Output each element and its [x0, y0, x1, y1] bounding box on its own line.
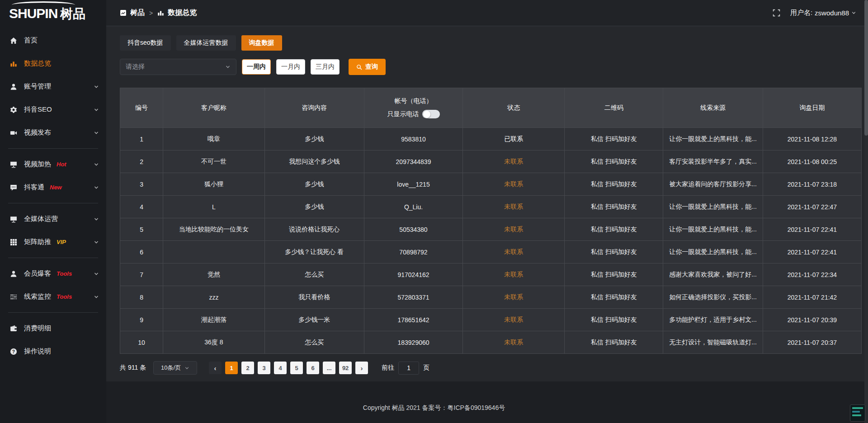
table-row: 3 狐小狸 多少钱 love__1215 未联系 私信 扫码加好友 被大家追着问…: [120, 173, 862, 196]
next-page-button[interactable]: ›: [355, 362, 368, 374]
phone-only-toggle[interactable]: [422, 110, 440, 118]
page-number-button[interactable]: ...: [323, 362, 335, 374]
sidebar-item[interactable]: ? 操作说明: [0, 340, 106, 363]
page-number-button[interactable]: 5: [290, 362, 303, 374]
page-number-button[interactable]: 2: [241, 362, 254, 374]
cell-nickname: 36度 8: [163, 331, 265, 354]
page-number-button[interactable]: 6: [307, 362, 319, 374]
cell-content: 我只看价格: [264, 286, 364, 309]
username-value: zswodun88: [815, 9, 849, 17]
cell-status: 未联系: [463, 173, 565, 196]
sidebar-item[interactable]: 视频发布: [0, 121, 106, 144]
chevron-down-icon: [851, 10, 856, 15]
cell-qrcode-links[interactable]: 私信 扫码加好友: [565, 173, 663, 196]
pagination: 共 911 条 10条/页 ‹ 1 2 3: [120, 361, 862, 381]
cell-status: 未联系: [463, 331, 565, 354]
cell-source-link[interactable]: 如何正确选择投影仪，买投影...: [663, 286, 763, 309]
cell-date: 2021-11-08 00:25: [763, 150, 861, 173]
sidebar-item[interactable]: 矩阵助推 VIP: [0, 230, 106, 254]
user-menu[interactable]: 用户名: zswodun88: [790, 9, 856, 17]
cell-status: 未联系: [463, 150, 565, 173]
chevron-down-icon: [184, 366, 189, 371]
cell-qrcode-links[interactable]: 私信 扫码加好友: [565, 241, 663, 263]
cell-source-link[interactable]: 感谢大家喜欢我家，被问了好...: [663, 263, 763, 286]
app-root: SHUPIN 树品 首页 数据总览: [0, 0, 868, 423]
gear-icon: [10, 106, 18, 113]
cell-source-link[interactable]: 被大家追着问的客厅投影分享...: [663, 173, 763, 196]
table-row: 7 觉然 怎么买 917024162 未联系 私信 扫码加好友 感谢大家喜欢我家…: [120, 263, 862, 286]
page-number-button[interactable]: 92: [339, 362, 352, 374]
question-icon: ?: [10, 348, 18, 355]
column-header-no: 编号: [120, 88, 163, 128]
sidebar-item[interactable]: 数据总览: [0, 52, 106, 75]
floating-widget[interactable]: [850, 404, 865, 422]
cell-nickname: 当地比较能吃的一位美女: [163, 218, 265, 241]
cell-qrcode-links[interactable]: 私信 扫码加好友: [565, 263, 663, 286]
cell-qrcode-links[interactable]: 私信 扫码加好友: [565, 128, 663, 150]
sidebar-item[interactable]: 消费明细: [0, 317, 106, 340]
cell-status: 未联系: [463, 309, 565, 331]
cell-source-link[interactable]: 让你一眼就爱上的黑科技，能...: [663, 218, 763, 241]
page-number-button[interactable]: 3: [258, 362, 270, 374]
cell-qrcode-links[interactable]: 私信 扫码加好友: [565, 196, 663, 218]
cell-nickname: zzz: [163, 286, 265, 309]
breadcrumb-current[interactable]: 数据总览: [168, 8, 197, 18]
date-range-button[interactable]: 一月内: [276, 59, 305, 75]
sidebar-item[interactable]: 抖音SEO: [0, 98, 106, 121]
sidebar-item-label: 全媒体运营: [24, 215, 58, 223]
cell-account: 9583810: [364, 128, 463, 150]
page-number-button[interactable]: 4: [274, 362, 287, 374]
data-tab[interactable]: 抖音seo数据: [120, 35, 171, 51]
sidebar-item[interactable]: 全媒体运营: [0, 207, 106, 230]
sidebar-item-badge: VIP: [57, 239, 66, 245]
sidebar-item[interactable]: 线索监控 Tools: [0, 285, 106, 308]
table-row: 10 36度 8 怎么买 183929060 未联系 私信 扫码加好友 无主灯设…: [120, 331, 862, 354]
cell-source-link[interactable]: 让你一眼就爱上的黑科技，能...: [663, 128, 763, 150]
goto-page-input[interactable]: [398, 362, 419, 375]
cell-content: 怎么买: [264, 331, 364, 354]
table-row: 6 多少钱？让我死心 看 70898792 未联系 私信 扫码加好友 让你一眼就…: [120, 241, 862, 263]
date-range-button[interactable]: 三月内: [311, 59, 340, 75]
sliders-icon: [10, 293, 18, 301]
sidebar-item[interactable]: 账号管理: [0, 75, 106, 98]
username-label: 用户名:: [790, 9, 812, 17]
fullscreen-icon[interactable]: [773, 9, 780, 17]
cell-no: 9: [120, 309, 163, 331]
cell-date: 2021-11-07 22:41: [763, 218, 861, 241]
table-body: 1 哦章 多少钱 9583810 已联系 私信 扫码加好友 让你一眼就爱上的黑科…: [120, 128, 862, 354]
sidebar-item[interactable]: 视频加热 Hot: [0, 153, 106, 176]
table-row: 4 L 多少钱 Q_Liu. 未联系 私信 扫码加好友 让你一眼就爱上的黑科技，…: [120, 196, 862, 218]
cell-nickname: 狐小狸: [163, 173, 265, 196]
filter-select[interactable]: 请选择: [120, 59, 236, 75]
brand-logo: SHUPIN 树品: [0, 0, 106, 24]
cell-source-link[interactable]: 客厅安装投影半年多了，真实...: [663, 150, 763, 173]
sidebar-item[interactable]: 会员爆客 Tools: [0, 262, 106, 285]
prev-page-button[interactable]: ‹: [209, 362, 222, 374]
cell-source-link[interactable]: 多功能护栏灯，适用于乡村文...: [663, 309, 763, 331]
cell-qrcode-links[interactable]: 私信 扫码加好友: [565, 331, 663, 354]
page-size-select[interactable]: 10条/页: [153, 361, 197, 375]
sidebar-item[interactable]: 抖客通 New: [0, 176, 106, 199]
cell-nickname: 哦章: [163, 128, 265, 150]
data-tab[interactable]: 询盘数据: [241, 35, 282, 51]
cell-qrcode-links[interactable]: 私信 扫码加好友: [565, 218, 663, 241]
cell-source-link[interactable]: 让你一眼就爱上的黑科技，能...: [663, 241, 763, 263]
breadcrumb-separator: >: [149, 9, 153, 17]
sidebar-divider: [8, 258, 98, 258]
cell-qrcode-links[interactable]: 私信 扫码加好友: [565, 309, 663, 331]
page-number-button[interactable]: 1: [225, 362, 238, 374]
breadcrumb-root[interactable]: 树品: [130, 8, 145, 18]
sidebar-item[interactable]: 首页: [0, 29, 106, 52]
cell-source-link[interactable]: 让你一眼就爱上的黑科技，能...: [663, 196, 763, 218]
cell-status: 未联系: [463, 196, 565, 218]
data-tab[interactable]: 全媒体运营数据: [176, 35, 236, 51]
search-button[interactable]: 查询: [349, 59, 386, 75]
user-icon: [10, 83, 18, 90]
cell-source-link[interactable]: 无主灯设计，智能磁吸轨道灯...: [663, 331, 763, 354]
cell-qrcode-links[interactable]: 私信 扫码加好友: [565, 150, 663, 173]
date-range-button[interactable]: 一周内: [242, 59, 271, 75]
chevron-down-icon: [94, 130, 99, 136]
footer: [106, 381, 868, 423]
scrollbar-thumb[interactable]: [864, 0, 868, 136]
cell-qrcode-links[interactable]: 私信 扫码加好友: [565, 286, 663, 309]
